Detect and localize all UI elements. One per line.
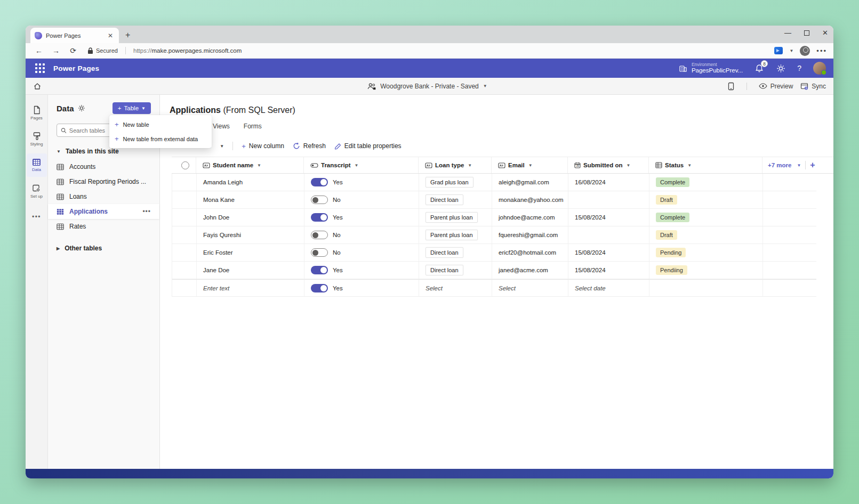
table-row[interactable]: Jane DoeYesDirect loanjaned@acme.com15/0…: [172, 262, 816, 279]
cell-student-name[interactable]: Fayis Qureshi: [197, 226, 304, 243]
cell-transcript[interactable]: Yes: [304, 262, 419, 279]
cell-loan-type[interactable]: Select: [419, 280, 492, 296]
workspace-icon[interactable]: [774, 47, 783, 54]
column-header-loan-type[interactable]: Loan type▼: [419, 157, 492, 173]
chevron-down-icon[interactable]: ▼: [789, 48, 793, 53]
close-button[interactable]: ✕: [822, 29, 828, 36]
nav-more-icon[interactable]: •••: [32, 213, 41, 221]
column-header-submitted-on[interactable]: 21 Submitted on▼: [568, 157, 649, 173]
cell-loan-type[interactable]: Direct loan: [419, 244, 492, 261]
nav-item-data[interactable]: Data: [27, 153, 47, 177]
browser-tab[interactable]: Power Pages ✕: [30, 28, 119, 43]
transcript-toggle[interactable]: [311, 213, 328, 222]
cell-status[interactable]: Draft: [649, 226, 763, 243]
transcript-toggle[interactable]: [311, 196, 328, 204]
cell-status[interactable]: Pendiing: [649, 262, 763, 279]
cell-submitted-on[interactable]: 16/08/2024: [568, 174, 649, 191]
new-row-split-chevron-icon[interactable]: ▼: [220, 144, 224, 149]
cell-submitted-on[interactable]: 15/08/2024: [568, 262, 649, 279]
sync-button[interactable]: Sync: [800, 82, 826, 90]
tab-forms[interactable]: Forms: [244, 123, 262, 130]
row-select-checkbox[interactable]: [172, 209, 197, 226]
back-icon[interactable]: ←: [32, 46, 46, 55]
maximize-button[interactable]: [804, 30, 809, 36]
settings-button[interactable]: [776, 63, 785, 73]
forward-icon[interactable]: →: [49, 46, 63, 55]
cell-submitted-on[interactable]: 15/08/2024: [568, 244, 649, 261]
tab-views[interactable]: Views: [213, 123, 230, 130]
site-name-menu[interactable]: Woodgrove Bank - Private - Saved ▼: [367, 83, 487, 90]
url-text[interactable]: https://make.powerpages.microsoft.com: [133, 47, 771, 54]
user-avatar[interactable]: [813, 62, 826, 75]
cell-student-name[interactable]: Enter text: [197, 280, 304, 296]
cell-transcript[interactable]: No: [304, 226, 419, 243]
transcript-toggle[interactable]: [311, 178, 328, 186]
cell-email[interactable]: Select: [492, 280, 568, 296]
table-row[interactable]: John DoeYesParent plus loanjohndoe@acme.…: [172, 209, 816, 226]
cell-student-name[interactable]: Mona Kane: [197, 191, 304, 208]
table-item-more-icon[interactable]: •••: [142, 208, 151, 215]
table-item-loans[interactable]: Loans: [48, 189, 159, 204]
home-icon[interactable]: [33, 82, 42, 91]
cell-submitted-on[interactable]: 15/08/2024: [568, 209, 649, 226]
table-item-rates[interactable]: Rates: [48, 219, 159, 234]
cell-email[interactable]: ericf20@hotmail.com: [492, 244, 568, 261]
new-column-button[interactable]: + New column: [242, 142, 284, 150]
column-header-transcript[interactable]: Transcript▼: [304, 157, 419, 173]
row-select-checkbox[interactable]: [172, 174, 197, 191]
cell-email[interactable]: monakane@yahoo.com: [492, 191, 568, 208]
table-item-fiscal-reporting-periods[interactable]: Fiscal Reporting Periods ...: [48, 174, 159, 189]
cell-submitted-on[interactable]: [568, 226, 649, 243]
refresh-button[interactable]: Refresh: [293, 142, 326, 150]
menu-item-new-table[interactable]: + New table: [109, 117, 212, 132]
cell-email[interactable]: fquereshi@gmail.com: [492, 226, 568, 243]
add-column-button[interactable]: +: [810, 160, 815, 170]
table-item-applications[interactable]: Applications •••: [48, 204, 159, 219]
help-button[interactable]: ?: [797, 64, 801, 72]
edit-table-properties-button[interactable]: Edit table properties: [334, 142, 402, 150]
cell-transcript[interactable]: Yes: [304, 174, 419, 191]
cell-status[interactable]: Draft: [649, 191, 763, 208]
security-indicator[interactable]: Secured: [87, 47, 118, 54]
column-header-status[interactable]: Status▼: [649, 157, 762, 173]
environment-picker[interactable]: Environment PagesPublicPrev...: [679, 62, 743, 75]
cell-submitted-on[interactable]: Select date: [568, 280, 649, 296]
other-tables-header[interactable]: ▶ Other tables: [48, 234, 159, 263]
nav-item-pages[interactable]: Pages: [27, 101, 47, 125]
app-launcher-icon[interactable]: [35, 63, 45, 73]
browser-menu-icon[interactable]: •••: [816, 47, 827, 55]
refresh-icon[interactable]: ⟳: [66, 46, 80, 55]
menu-item-new-table-from-external-data[interactable]: + New table from external data: [109, 132, 212, 146]
transcript-toggle[interactable]: [311, 248, 328, 257]
cell-student-name[interactable]: Eric Foster: [197, 244, 304, 261]
transcript-toggle[interactable]: [311, 266, 328, 274]
column-header-email[interactable]: Email▼: [492, 157, 568, 173]
cell-submitted-on[interactable]: [568, 191, 649, 208]
nav-item-styling[interactable]: Styling: [27, 127, 47, 151]
cell-student-name[interactable]: Amanda Leigh: [197, 174, 304, 191]
new-tab-button[interactable]: +: [125, 30, 130, 40]
cell-transcript[interactable]: No: [304, 191, 419, 208]
cell-status[interactable]: Pending: [649, 244, 763, 261]
row-select-checkbox[interactable]: [172, 191, 197, 208]
table-row[interactable]: Mona KaneNoDirect loanmonakane@yahoo.com…: [172, 191, 816, 209]
notifications-button[interactable]: 8: [754, 63, 764, 73]
device-preview-icon[interactable]: [727, 82, 735, 91]
cell-student-name[interactable]: Jane Doe: [197, 262, 304, 279]
row-select-checkbox[interactable]: [172, 262, 197, 279]
transcript-toggle[interactable]: [311, 231, 328, 239]
table-row[interactable]: Fayis QureshiNoParent plus loanfquereshi…: [172, 226, 816, 244]
select-all-checkbox[interactable]: [172, 157, 196, 173]
cell-student-name[interactable]: John Doe: [197, 209, 304, 226]
cell-loan-type[interactable]: Direct loan: [419, 262, 492, 279]
cell-status[interactable]: Complete: [649, 209, 763, 226]
cell-transcript[interactable]: Yes: [304, 280, 419, 296]
preview-button[interactable]: Preview: [759, 83, 793, 90]
browser-profile-avatar[interactable]: [800, 46, 810, 56]
cell-transcript[interactable]: No: [304, 244, 419, 261]
nav-item-set-up[interactable]: Set up: [27, 180, 47, 203]
more-columns-button[interactable]: +7 more: [768, 162, 791, 168]
minimize-button[interactable]: —: [784, 29, 791, 36]
transcript-toggle[interactable]: [311, 284, 328, 292]
row-select-checkbox[interactable]: [172, 226, 197, 243]
